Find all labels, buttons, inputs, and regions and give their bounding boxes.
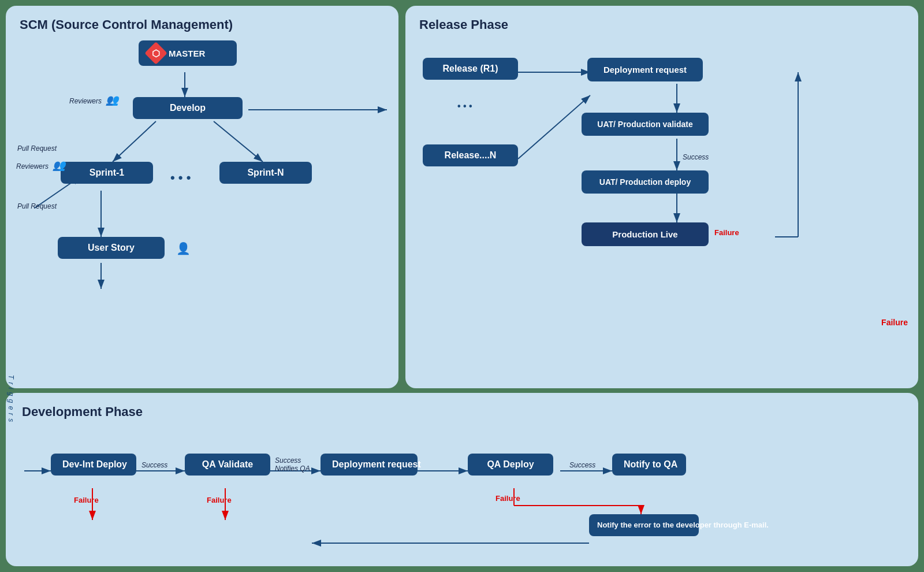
qa-deploy-node: QA Deploy bbox=[468, 454, 553, 476]
dev-int-label: Dev-Int Deploy bbox=[62, 459, 127, 469]
notify-qa-node: Notify to QA bbox=[612, 454, 686, 476]
qa-deploy-label: QA Deploy bbox=[487, 459, 534, 469]
pull-request2-label: Pull Request bbox=[17, 202, 57, 210]
svg-line-3 bbox=[113, 121, 156, 162]
dev-phase-title: Development Phase bbox=[22, 404, 902, 419]
qa-validate-node: QA Validate bbox=[185, 454, 270, 476]
develop-label: Develop bbox=[170, 103, 206, 113]
notify-error-label: Notify the error to the developer throug… bbox=[597, 521, 769, 529]
dev-failure3: Failure bbox=[495, 494, 520, 503]
release-dots: • • • bbox=[457, 101, 472, 112]
dev-success2-notifies: Success Notifies QA bbox=[275, 456, 310, 473]
git-icon: ⬡ bbox=[144, 42, 167, 65]
sprintN-label: Sprint-N bbox=[247, 168, 284, 177]
notify-qa-label: Notify to QA bbox=[624, 459, 677, 469]
dev-failure2: Failure bbox=[207, 496, 232, 504]
user-story-node: User Story bbox=[58, 237, 165, 259]
scm-panel: SCM (Source Control Management) bbox=[6, 6, 398, 388]
releaseN-label: Release....N bbox=[445, 150, 497, 160]
scm-title: SCM (Source Control Management) bbox=[20, 17, 385, 32]
uat-deploy-label: UAT/ Production deploy bbox=[599, 177, 691, 187]
releaseN-node: Release....N bbox=[423, 144, 518, 166]
user-story-label: User Story bbox=[88, 243, 135, 252]
dev-notifies-text: Notifies QA bbox=[275, 465, 310, 473]
reviewers1-label: Reviewers 👥 bbox=[69, 94, 118, 106]
reviewers2-text: Reviewers bbox=[16, 162, 49, 170]
production-live-label: Production Live bbox=[612, 229, 677, 239]
release-failure-label: Failure bbox=[714, 228, 739, 237]
develop-node: Develop bbox=[133, 97, 243, 119]
right-failure-text: Failure bbox=[881, 318, 908, 327]
dev-success1: Success bbox=[141, 461, 167, 469]
dev-success3: Success bbox=[569, 461, 595, 469]
release-panel: Release Phase Release (R1) bbox=[405, 6, 918, 388]
notify-error-node: Notify the error to the developer throug… bbox=[589, 514, 699, 536]
dev-deployment-label: Deployment request bbox=[332, 459, 421, 469]
sprint1-label: Sprint-1 bbox=[90, 168, 124, 177]
production-live-node: Production Live bbox=[582, 222, 709, 246]
svg-line-12 bbox=[518, 95, 590, 159]
top-section: SCM (Source Control Management) bbox=[6, 6, 918, 388]
uat-validate-label: UAT/ Production validate bbox=[597, 120, 692, 129]
svg-line-4 bbox=[214, 121, 263, 162]
dev-success2-text: Success bbox=[275, 456, 310, 465]
reviewers2-label: Reviewers 👥 bbox=[16, 159, 65, 172]
qa-validate-label: QA Validate bbox=[202, 459, 253, 469]
dev-deployment-node: Deployment request bbox=[321, 454, 418, 476]
main-container: SCM (Source Control Management) bbox=[6, 6, 918, 566]
release-deployment-label: Deployment request bbox=[603, 65, 687, 75]
dev-int-node: Dev-Int Deploy bbox=[51, 454, 136, 476]
dev-failure1: Failure bbox=[74, 496, 99, 504]
pull-request1-label: Pull Request bbox=[17, 144, 57, 153]
release1-label: Release (R1) bbox=[442, 64, 498, 73]
uat-validate-node: UAT/ Production validate bbox=[582, 113, 709, 136]
person-icon: 👤 bbox=[176, 242, 191, 255]
sprintN-node: Sprint-N bbox=[219, 162, 312, 184]
release1-node: Release (R1) bbox=[423, 58, 518, 80]
release-deployment-node: Deployment request bbox=[587, 58, 703, 81]
trigger-text: T r i g g e r s bbox=[7, 375, 15, 422]
sprint-dots: • • • bbox=[170, 170, 191, 185]
sprint1-node: Sprint-1 bbox=[61, 162, 153, 184]
uat-deploy-node: UAT/ Production deploy bbox=[582, 170, 709, 194]
uat-success-label: Success bbox=[683, 153, 709, 161]
reviewers1-text: Reviewers bbox=[69, 97, 102, 105]
release-title: Release Phase bbox=[419, 17, 904, 32]
master-label: MASTER bbox=[169, 49, 205, 58]
dev-phase-panel: T r i g g e r s Development Phase bbox=[6, 393, 918, 566]
master-node: ⬡ MASTER bbox=[139, 40, 237, 66]
